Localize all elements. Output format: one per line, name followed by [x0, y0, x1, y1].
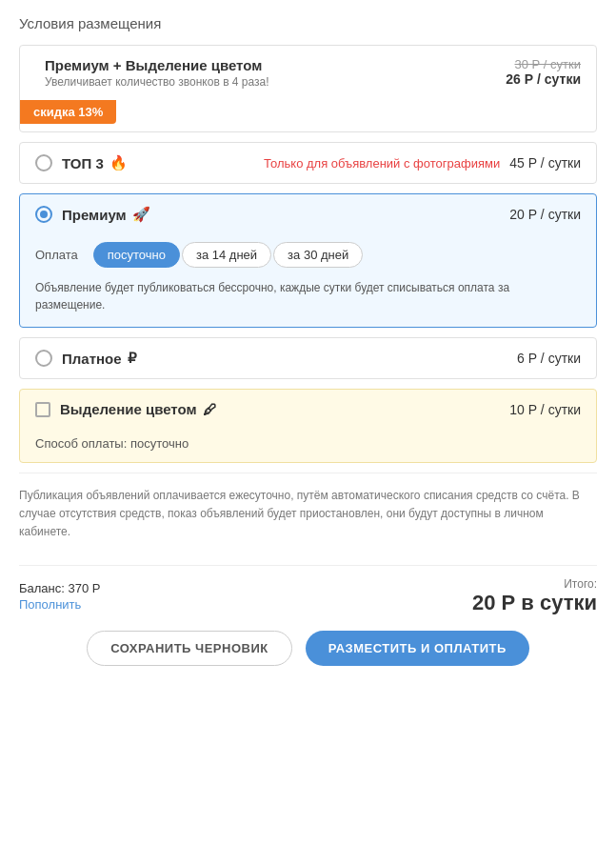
balance-label: Баланс: 370 Р [19, 581, 100, 595]
top3-radio[interactable] [35, 154, 52, 171]
highlight-option-row: Выделение цветом 🖊 10 Р / сутки [20, 390, 596, 429]
top3-notice: Только для объявлений с фотографиями [264, 156, 500, 171]
combined-option-inner: Премиум + Выделение цветом Увеличивает к… [20, 46, 596, 100]
combined-new-price: 26 Р / сутки [506, 71, 581, 87]
tab-14days[interactable]: за 14 дней [182, 242, 271, 268]
top3-price: 45 Р / сутки [509, 155, 581, 171]
top3-label: ТОП 3 🔥 [62, 154, 254, 171]
combined-text: Премиум + Выделение цветом Увеличивает к… [45, 57, 506, 89]
premium-payment-note: Объявление будет публиковаться бессрочно… [20, 279, 596, 327]
premium-option-card: Премиум 🚀 20 Р / сутки Оплата посуточно … [19, 193, 597, 328]
paid-option-row: Платное ₽ 6 Р / сутки [20, 338, 596, 378]
premium-label: Премиум 🚀 [62, 206, 509, 223]
highlight-icon: 🖊 [203, 401, 217, 417]
paid-radio[interactable] [35, 350, 52, 367]
info-text: Публикация объявлений оплачивается ежесу… [19, 473, 597, 552]
discount-badge: скидка 13% [20, 100, 116, 124]
highlight-price: 10 Р / сутки [509, 402, 581, 417]
top3-icon: 🔥 [109, 154, 128, 171]
total-label: Итого: [472, 577, 597, 591]
tab-30days[interactable]: за 30 дней [273, 242, 363, 268]
section-title: Условия размещения [19, 15, 597, 31]
highlight-checkbox[interactable] [35, 402, 50, 417]
bottom-bar: Баланс: 370 Р Пополнить Итого: 20 Р в су… [19, 565, 597, 615]
payment-tab-group: посуточно за 14 дней за 30 дней [93, 242, 364, 268]
combined-old-price: 30 Р / сутки [506, 57, 581, 71]
tab-daily[interactable]: посуточно [93, 242, 180, 268]
combined-option-card: Премиум + Выделение цветом Увеличивает к… [19, 45, 597, 132]
premium-radio[interactable] [35, 206, 52, 223]
premium-option-row: Премиум 🚀 20 Р / сутки [20, 194, 596, 234]
publish-button[interactable]: РАЗМЕСТИТЬ И ОПЛАТИТЬ [306, 631, 529, 666]
top3-option-row: ТОП 3 🔥 Только для объявлений с фотограф… [20, 143, 596, 183]
highlight-sub-row: Способ оплаты: посуточно [20, 429, 596, 462]
paid-icon: ₽ [128, 350, 137, 367]
payment-label: Оплата [35, 248, 78, 262]
page-container: Условия размещения Премиум + Выделение ц… [0, 0, 616, 691]
total-value: 20 Р в сутки [472, 591, 597, 614]
payment-row: Оплата посуточно за 14 дней за 30 дней [20, 234, 596, 279]
top3-option-card: ТОП 3 🔥 Только для объявлений с фотограф… [19, 142, 597, 184]
combined-price: 30 Р / сутки 26 Р / сутки [506, 57, 581, 87]
premium-price: 20 Р / сутки [509, 207, 581, 222]
paid-price: 6 Р / сутки [517, 351, 581, 366]
combined-title: Премиум + Выделение цветом [45, 57, 506, 73]
highlight-label: Выделение цветом 🖊 [60, 401, 509, 417]
premium-icon: 🚀 [132, 206, 150, 223]
total-area: Итого: 20 Р в сутки [472, 577, 597, 615]
balance-area: Баланс: 370 Р Пополнить [19, 581, 100, 612]
paid-option-card: Платное ₽ 6 Р / сутки [19, 337, 597, 379]
action-buttons: СОХРАНИТЬ ЧЕРНОВИК РАЗМЕСТИТЬ И ОПЛАТИТЬ [19, 631, 597, 675]
paid-label: Платное ₽ [62, 350, 517, 367]
combined-subtitle: Увеличивает количество звонков в 4 раза! [45, 75, 506, 89]
highlight-option-card: Выделение цветом 🖊 10 Р / сутки Способ о… [19, 389, 597, 463]
discount-row: скидка 13% [20, 100, 596, 131]
save-draft-button[interactable]: СОХРАНИТЬ ЧЕРНОВИК [87, 631, 292, 666]
refill-link[interactable]: Пополнить [19, 597, 100, 612]
